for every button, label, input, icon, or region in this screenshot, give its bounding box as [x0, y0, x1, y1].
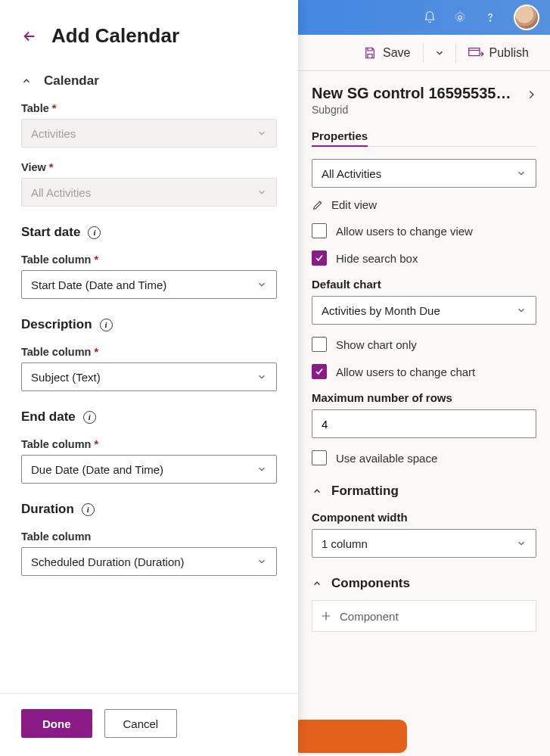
allow-change-chart-label: Allow users to change chart	[336, 366, 475, 378]
duration-column-label: Table column	[21, 530, 277, 543]
default-chart-select[interactable]: Activities by Month Due	[312, 296, 536, 325]
view-value: All Activities	[31, 186, 91, 199]
svg-point-0	[458, 16, 462, 20]
table-value: Activities	[31, 127, 76, 140]
user-avatar[interactable]	[514, 5, 539, 30]
allow-change-chart-checkbox[interactable]	[312, 364, 327, 379]
chevron-down-icon	[256, 187, 267, 198]
flyout-footer: Done Cancel	[0, 693, 298, 756]
edit-view-link[interactable]: Edit view	[312, 198, 536, 211]
components-section-header[interactable]: Components	[312, 576, 536, 591]
panel-subtitle: Subgrid	[312, 104, 516, 116]
description-column-label: Table column	[21, 346, 277, 358]
start-date-column-select[interactable]: Start Date (Date and Time)	[21, 270, 277, 299]
use-available-space-checkbox[interactable]	[312, 450, 327, 465]
duration-column-value: Scheduled Duration (Duration)	[31, 555, 185, 568]
separator	[455, 43, 456, 63]
svg-point-1	[489, 20, 490, 21]
description-heading: Description i	[21, 317, 277, 332]
publish-icon	[468, 47, 483, 59]
component-width-select[interactable]: 1 column	[312, 529, 536, 558]
add-component-button[interactable]: Component	[312, 600, 536, 632]
duration-column-select[interactable]: Scheduled Duration (Duration)	[21, 547, 277, 576]
save-icon	[363, 46, 377, 60]
chevron-down-icon	[256, 279, 267, 290]
allow-change-view-label: Allow users to change view	[336, 225, 473, 238]
add-calendar-flyout: Add Calendar Calendar Table Activities V…	[0, 0, 298, 756]
duration-heading: Duration i	[21, 502, 277, 517]
pencil-icon	[312, 199, 324, 211]
end-date-column-select[interactable]: Due Date (Date and Time)	[21, 455, 277, 484]
settings-icon[interactable]	[453, 11, 467, 24]
show-chart-only-checkbox[interactable]	[312, 337, 327, 352]
plus-icon	[320, 610, 332, 622]
table-select: Activities	[21, 119, 277, 148]
info-icon[interactable]: i	[88, 226, 101, 239]
chevron-down-icon	[256, 128, 267, 138]
view-label: View	[21, 161, 277, 173]
use-available-space-label: Use available space	[336, 452, 437, 465]
save-dropdown[interactable]	[428, 43, 451, 63]
component-width-label: Component width	[312, 511, 408, 524]
annotation-highlight	[298, 720, 407, 753]
table-label: Table	[21, 102, 277, 114]
edit-view-label: Edit view	[331, 198, 377, 211]
chevron-up-icon	[21, 76, 32, 86]
end-date-heading: End date i	[21, 409, 277, 425]
default-chart-value: Activities by Month Due	[322, 304, 440, 317]
formatting-section-header[interactable]: Formatting	[312, 484, 536, 499]
chevron-down-icon	[516, 305, 527, 316]
component-width-value: 1 column	[322, 537, 368, 550]
svg-rect-2	[468, 48, 479, 55]
back-button[interactable]	[21, 28, 38, 45]
cancel-button[interactable]: Cancel	[104, 709, 178, 738]
done-button[interactable]: Done	[21, 709, 92, 738]
add-component-label: Component	[340, 610, 399, 623]
separator	[423, 43, 424, 63]
chevron-up-icon	[312, 486, 322, 496]
calendar-section-header[interactable]: Calendar	[21, 73, 277, 89]
description-column-value: Subject (Text)	[31, 371, 101, 384]
publish-label: Publish	[489, 46, 529, 60]
expand-panel-button[interactable]	[526, 85, 536, 101]
flyout-title: Add Calendar	[51, 24, 179, 48]
end-date-column-value: Due Date (Date and Time)	[31, 463, 163, 476]
max-rows-input[interactable]	[312, 409, 536, 438]
chevron-down-icon	[516, 538, 527, 549]
default-chart-label: Default chart	[312, 278, 381, 291]
show-chart-only-label: Show chart only	[336, 338, 417, 351]
chevron-down-icon	[256, 556, 267, 567]
chevron-down-icon	[256, 372, 267, 382]
panel-title: New SG control 1659553591…	[312, 85, 516, 102]
view-select-disabled: All Activities	[21, 178, 277, 207]
publish-button[interactable]: Publish	[461, 42, 536, 64]
info-icon[interactable]: i	[82, 503, 95, 516]
allow-change-view-checkbox[interactable]	[312, 223, 327, 238]
notification-icon[interactable]	[423, 11, 437, 24]
start-date-heading: Start date i	[21, 225, 277, 240]
chevron-down-icon	[256, 464, 267, 474]
chevron-down-icon	[516, 168, 527, 179]
info-icon[interactable]: i	[83, 411, 96, 424]
description-column-select[interactable]: Subject (Text)	[21, 362, 277, 391]
hide-search-checkbox[interactable]	[312, 250, 327, 266]
end-date-column-label: Table column	[21, 438, 277, 450]
save-button[interactable]: Save	[356, 42, 418, 64]
help-icon[interactable]	[483, 11, 497, 24]
save-label: Save	[383, 46, 410, 60]
chevron-up-icon	[312, 578, 322, 589]
properties-panel: New SG control 1659553591… Subgrid Prope…	[298, 71, 550, 756]
info-icon[interactable]: i	[100, 319, 113, 331]
max-rows-label: Maximum number of rows	[312, 391, 452, 404]
start-date-column-value: Start Date (Date and Time)	[31, 278, 166, 291]
command-bar: Save Publish	[298, 35, 550, 71]
start-date-column-label: Table column	[21, 254, 277, 266]
hide-search-label: Hide search box	[336, 252, 418, 265]
view-select[interactable]: All Activities	[312, 159, 536, 188]
properties-tab[interactable]: Properties	[312, 129, 368, 147]
view-select-value: All Activities	[322, 167, 381, 180]
